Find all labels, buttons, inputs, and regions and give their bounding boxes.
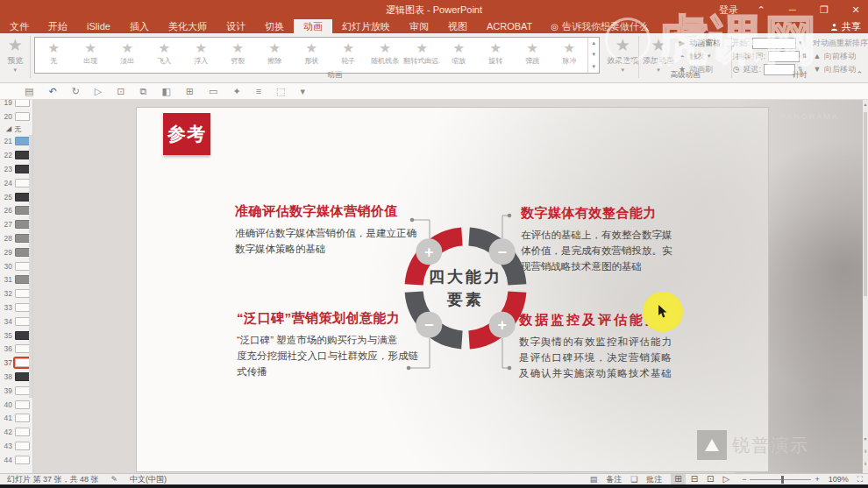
animation-effect-2[interactable]: ★出现	[72, 38, 109, 73]
slide-thumb-43[interactable]: 43	[0, 439, 32, 453]
slideshow-view-button[interactable]: ▷	[719, 474, 733, 484]
menu-tab-动画[interactable]: 动画	[294, 19, 332, 33]
zoom-slider[interactable]: − +	[742, 475, 820, 484]
animation-effect-14[interactable]: ★弹跳	[514, 38, 551, 73]
spinner-icon[interactable]: ⇅	[802, 53, 808, 60]
slide-thumb-25[interactable]: 25	[0, 190, 32, 204]
text-box-icon[interactable]: ▭	[209, 86, 217, 97]
duration-input[interactable]	[768, 51, 800, 62]
slide-thumb-33[interactable]: 33	[0, 301, 32, 315]
slide-thumb-35[interactable]: 35	[0, 329, 32, 343]
comments-button[interactable]: 批注	[646, 474, 662, 485]
collapse-ribbon-icon[interactable]: ⌃	[856, 70, 863, 79]
slide-thumb-26[interactable]: 26	[0, 204, 32, 218]
menu-tab-视图[interactable]: 视图	[438, 19, 477, 33]
minimize-icon[interactable]: ─	[784, 4, 801, 15]
ribbon-display-options-icon[interactable]: ⌃	[752, 4, 770, 16]
slide-thumb-42[interactable]: 42	[0, 425, 32, 439]
panel-scrollbar[interactable]	[29, 135, 32, 398]
copy-icon[interactable]: ⧉	[140, 86, 147, 97]
slide-sorter-view-button[interactable]: ⊟	[687, 474, 701, 484]
slide-canvas[interactable]: 参考 准确评估数字媒体营销价值 准确评估数字媒体营销价值，是建立正确 数字媒体策…	[136, 107, 769, 472]
tell-me-box[interactable]: ◎ 告诉我你想要做什么	[542, 19, 658, 33]
slide-thumb-37[interactable]: 37	[0, 356, 32, 370]
menu-tab-幻灯片放映[interactable]: 幻灯片放映	[332, 19, 400, 33]
slide-thumb-30[interactable]: 30	[0, 259, 32, 273]
slide-thumb-38[interactable]: 38	[0, 370, 32, 384]
animation-effect-11[interactable]: ★翻转式由远…	[403, 38, 440, 73]
insert-shape-icon[interactable]: ✦	[232, 86, 240, 97]
slide-thumb-31[interactable]: 31	[0, 273, 32, 287]
slide-thumb-28[interactable]: 28	[0, 231, 32, 245]
menu-tab-插入[interactable]: 插入	[120, 19, 159, 33]
slide-thumb-20[interactable]: 20	[0, 110, 32, 124]
save-icon[interactable]: ▤	[25, 86, 33, 97]
menu-tab-审阅[interactable]: 审阅	[400, 19, 438, 33]
text-block-bottom-right[interactable]: 数据监控及评估能力 数字舆情的有效监控和评估能力 是评估口碑环境，决定营销策略 …	[519, 312, 728, 381]
slide-thumb-27[interactable]: 27	[0, 217, 32, 231]
text-block-top-right[interactable]: 数字媒体有效整合能力 在评估的基础上，有效整合数字媒 体价值，是完成有效营销投放…	[521, 205, 731, 274]
start-slideshow-icon[interactable]: ▷	[95, 86, 102, 97]
animation-effect-5[interactable]: ★浮入	[182, 38, 219, 73]
language-indicator[interactable]: 中文(中国)	[130, 474, 167, 485]
slide-thumb-39[interactable]: 39	[0, 384, 32, 398]
animation-effect-15[interactable]: ★脉冲	[551, 38, 587, 73]
slide-thumb-40[interactable]: 40	[0, 398, 32, 412]
animation-effect-4[interactable]: ★飞入	[146, 38, 182, 73]
slide-thumb-41[interactable]: 41	[0, 412, 32, 426]
restore-icon[interactable]: ❐	[815, 4, 833, 16]
scrollbar-thumb[interactable]	[864, 112, 867, 296]
scroll-up-icon[interactable]: ▲	[863, 102, 868, 107]
undo-icon[interactable]: ↶	[48, 86, 56, 97]
slide-thumb-22[interactable]: 22	[0, 148, 32, 162]
slide-section-header[interactable]: ◢ 无	[0, 124, 32, 135]
normal-view-button[interactable]: ⊞	[671, 474, 685, 484]
proofing-icon[interactable]: ✎	[111, 475, 118, 484]
animation-effect-12[interactable]: ★缩放	[440, 38, 477, 73]
vertical-scrollbar[interactable]: ▲ ▼ ⇞ ⇟	[863, 100, 868, 473]
redo-icon[interactable]: ↻	[72, 86, 80, 97]
animation-effect-1[interactable]: ★无	[35, 38, 72, 73]
reference-badge[interactable]: 参考	[163, 113, 210, 155]
scroll-down-icon[interactable]: ▼	[863, 436, 868, 442]
next-slide-icon[interactable]: ⇟	[863, 461, 868, 466]
fit-to-window-icon[interactable]: ⛶	[857, 475, 863, 484]
slide-thumb-23[interactable]: 23	[0, 162, 32, 176]
zoom-level[interactable]: 109%	[829, 475, 849, 484]
menu-tab-文件[interactable]: 文件	[0, 19, 39, 33]
slide-thumb-29[interactable]: 29	[0, 245, 32, 259]
slide-thumb-34[interactable]: 34	[0, 315, 32, 329]
reading-view-button[interactable]: ⊡	[703, 474, 717, 484]
slide-thumb-21[interactable]: 21	[0, 135, 32, 149]
slide-thumb-44[interactable]: 44	[0, 453, 32, 467]
animation-pane-button[interactable]: ▶ 动画窗格	[678, 37, 721, 49]
menu-tab-ACROBAT[interactable]: ACROBAT	[477, 19, 542, 33]
zoom-in-icon[interactable]: +	[815, 475, 819, 484]
align-icon[interactable]: ≡	[256, 86, 261, 96]
login-button[interactable]: 登录	[719, 4, 738, 17]
paste-icon[interactable]: ⊡	[117, 86, 125, 97]
animation-effect-7[interactable]: ★擦除	[256, 38, 293, 73]
slide-thumb-19[interactable]: 19	[0, 100, 32, 110]
add-animation-button[interactable]: ★ 添加动画 ▾	[639, 33, 678, 75]
menu-tab-美化大师[interactable]: 美化大师	[159, 19, 217, 33]
preview-button[interactable]: ★ 预览 ▾	[0, 33, 30, 74]
more-commands-icon[interactable]: ▾	[300, 86, 305, 97]
animation-effect-3[interactable]: ★淡出	[109, 38, 146, 73]
notes-button[interactable]: 备注	[606, 474, 622, 485]
animation-effect-6[interactable]: ★劈裂	[219, 38, 256, 73]
animation-effect-13[interactable]: ★旋转	[477, 38, 514, 73]
animation-effect-10[interactable]: ★随机线条	[366, 38, 403, 73]
slide-thumb-36[interactable]: 36	[0, 343, 32, 357]
format-painter-icon[interactable]: ◧	[161, 86, 170, 97]
menu-tab-iSlide[interactable]: iSlide	[77, 19, 120, 33]
close-icon[interactable]: ✕	[847, 4, 864, 16]
effect-options-button[interactable]: ★ 效果选项 ▾	[607, 33, 638, 74]
move-earlier-button[interactable]: ▲ 向前移动	[813, 50, 868, 62]
menu-tab-开始[interactable]: 开始	[39, 19, 77, 33]
gallery-up-icon[interactable]: ▲	[588, 38, 599, 49]
slide-thumb-24[interactable]: 24	[0, 176, 32, 190]
gallery-down-icon[interactable]: ▼	[588, 49, 599, 60]
trigger-button[interactable]: ⌁ 触发 ▾	[678, 50, 721, 62]
share-button[interactable]: 共享	[830, 19, 861, 33]
